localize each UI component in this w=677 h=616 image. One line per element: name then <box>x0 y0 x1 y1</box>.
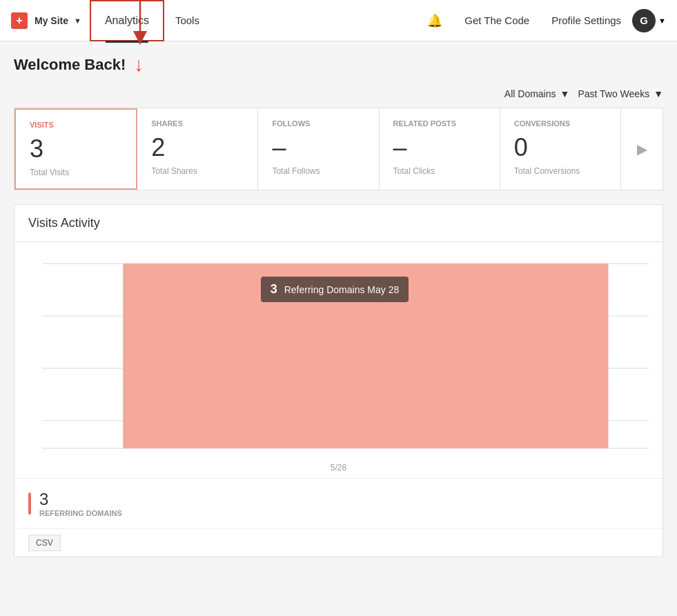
activity-header: Visits Activity <box>14 205 663 242</box>
bell-icon: 🔔 <box>427 14 442 28</box>
period-filter-label: Past Two Weeks <box>578 88 649 99</box>
arrow-down-icon: ↓ <box>134 55 144 74</box>
tools-button[interactable]: Tools <box>164 0 210 41</box>
chart-svg: 3 2 1 0 <box>42 256 649 456</box>
conversions-label: CONVERSIONS <box>514 119 607 128</box>
activity-title: Visits Activity <box>28 216 649 230</box>
follows-value: – <box>272 133 364 162</box>
conversions-sublabel: Total Conversions <box>514 166 607 176</box>
period-filter-chevron: ▼ <box>654 88 663 99</box>
avatar: G <box>632 9 656 32</box>
welcome-heading: Welcome Back! <box>14 56 126 74</box>
visits-value: 3 <box>30 135 122 163</box>
my-site-icon: + <box>11 12 28 29</box>
stat-card-related-posts[interactable]: RELATED POSTS – Total Clicks <box>380 108 500 190</box>
filters-row: All Domains ▼ Past Two Weeks ▼ <box>14 88 663 99</box>
conversions-value: 0 <box>514 133 607 162</box>
top-nav: + My Site ▼ Analytics Tools 🔔 Get The Co… <box>0 0 677 41</box>
follows-sublabel: Total Follows <box>272 166 364 176</box>
analytics-tab[interactable]: Analytics <box>90 0 164 41</box>
related-posts-sublabel: Total Clicks <box>393 166 486 176</box>
domain-filter-button[interactable]: All Domains ▼ <box>504 88 570 99</box>
nav-left: + My Site ▼ Analytics Tools <box>11 0 210 41</box>
referring-number: 3 <box>39 490 122 509</box>
my-site-label: My Site <box>35 15 68 26</box>
stat-card-visits: VISITS 3 Total Visits <box>14 108 137 190</box>
stat-card-conversions[interactable]: CONVERSIONS 0 Total Conversions <box>500 108 621 190</box>
stat-card-follows[interactable]: FOLLOWS – Total Follows <box>258 108 379 190</box>
avatar-chevron-icon: ▼ <box>658 17 666 25</box>
referring-row: 3 REFERRING DOMAINS <box>14 478 663 528</box>
stat-card-shares[interactable]: SHARES 2 Total Shares <box>137 108 258 190</box>
shares-label: SHARES <box>151 119 244 128</box>
period-filter-button[interactable]: Past Two Weeks ▼ <box>578 88 663 99</box>
csv-row: CSV <box>14 528 663 557</box>
welcome-row: Welcome Back! ↓ <box>14 55 663 74</box>
analytics-label: Analytics <box>105 14 149 27</box>
referring-number-container: 3 REFERRING DOMAINS <box>39 490 122 517</box>
x-label-528: 5/28 <box>331 463 346 473</box>
chart-area: 3 2 1 0 3 Referring Domains May 28 <box>14 242 663 463</box>
csv-label: CSV <box>36 538 53 548</box>
get-code-label: Get The Code <box>464 14 529 26</box>
notification-bell-button[interactable]: 🔔 <box>416 13 453 28</box>
visits-label: VISITS <box>30 121 122 129</box>
csv-button[interactable]: CSV <box>28 535 61 551</box>
shares-sublabel: Total Shares <box>151 166 244 176</box>
activity-section: Visits Activity 3 2 1 0 3 <box>14 204 663 557</box>
my-site-button[interactable]: + My Site ▼ <box>11 12 90 29</box>
x-axis-label: 5/28 <box>14 463 663 478</box>
follows-label: FOLLOWS <box>272 119 364 128</box>
tools-label: Tools <box>175 14 199 26</box>
visits-sublabel: Total Visits <box>30 168 122 177</box>
get-code-button[interactable]: Get The Code <box>453 14 540 26</box>
domain-filter-chevron: ▼ <box>560 88 570 99</box>
avatar-button[interactable]: G ▼ <box>632 9 666 32</box>
referring-bar <box>28 493 31 515</box>
stats-next-button[interactable]: ▶ <box>621 108 663 190</box>
referring-label: REFERRING DOMAINS <box>39 509 122 517</box>
right-arrow-icon: ▶ <box>637 141 647 157</box>
related-posts-label: RELATED POSTS <box>393 119 486 128</box>
shares-value: 2 <box>151 133 244 162</box>
profile-settings-label: Profile Settings <box>551 14 621 26</box>
related-posts-value: – <box>393 133 486 162</box>
profile-settings-button[interactable]: Profile Settings <box>540 14 632 26</box>
domain-filter-label: All Domains <box>504 88 556 99</box>
main-content: Welcome Back! ↓ All Domains ▼ Past Two W… <box>0 41 677 616</box>
stats-row: VISITS 3 Total Visits SHARES 2 Total Sha… <box>14 108 663 190</box>
chevron-down-icon: ▼ <box>74 17 81 25</box>
svg-rect-11 <box>123 264 608 448</box>
